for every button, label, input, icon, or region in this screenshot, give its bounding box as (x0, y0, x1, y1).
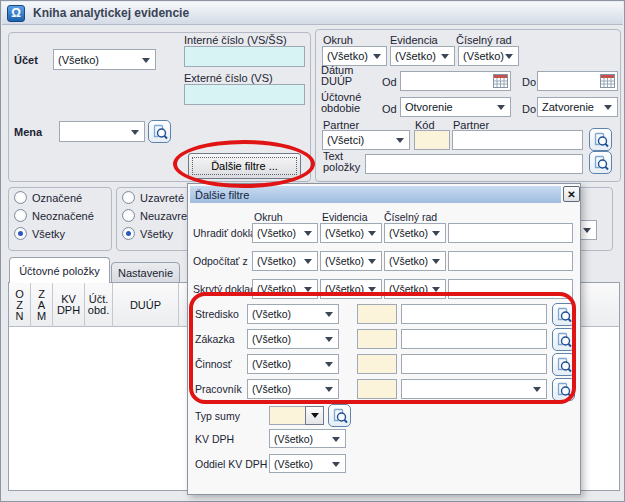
odpocitat-okruh-select[interactable]: (Všetko) (252, 251, 318, 271)
radio-oznacene[interactable]: Označené (14, 191, 82, 204)
datum-do-label: Do (522, 76, 536, 88)
datum-do-input[interactable] (537, 71, 618, 91)
omega-app-icon: Ω (7, 5, 25, 22)
combo-value: (Všetko) (325, 227, 364, 239)
radio-label: Všetky (32, 228, 65, 240)
externe-cislo-input[interactable] (184, 84, 305, 105)
stredisko-select[interactable]: (Všetko) (247, 304, 339, 324)
magnifier-icon (152, 124, 168, 140)
uctovne-obdobie-label: Účtovné obdobie (321, 92, 367, 114)
cinnost-select[interactable]: (Všetko) (247, 354, 339, 374)
cinnost-kod-input[interactable] (357, 354, 397, 374)
radio-uzavrete[interactable]: Uzavreté ( (122, 191, 191, 204)
ciselny-rad-value: (Všetko) (463, 50, 504, 62)
mena-select[interactable] (59, 121, 145, 142)
skryty-doklad-input[interactable] (448, 279, 573, 299)
dalsie-filtre-button[interactable]: Ďalšie filtre ... (188, 153, 301, 179)
calendar-icon[interactable] (493, 74, 508, 88)
obdobie-od-label: Od (382, 103, 397, 115)
odpocitat-z-input[interactable] (448, 251, 573, 271)
combo-value: (Všetko) (252, 383, 291, 395)
zakazka-name-input[interactable] (401, 329, 547, 349)
magnifier-icon (556, 357, 572, 373)
uhradit-evidencia-select[interactable]: (Všetko) (320, 223, 382, 243)
radio-neuzavrete[interactable]: Neuzavret (122, 209, 190, 222)
uhradit-doklad-input[interactable] (448, 223, 573, 243)
skryty-okruh-select[interactable]: (Všetko) (252, 279, 318, 299)
stredisko-label: Stredisko (195, 308, 239, 320)
dialog-titlebar[interactable]: Ďalšie filtre (190, 186, 561, 203)
kv-dph-select[interactable]: (Všetko) (269, 429, 346, 448)
obdobie-od-select[interactable]: Otvorenie (400, 97, 511, 117)
odpocitat-ciselny-rad-select[interactable]: (Všetko) (384, 251, 446, 271)
okruh-select[interactable]: (Všetko) (322, 46, 387, 66)
pracovnik-kod-input[interactable] (357, 379, 397, 399)
text-polozky-input[interactable] (365, 154, 583, 174)
stredisko-lookup-button[interactable] (552, 303, 575, 326)
column-header-zam[interactable]: ZAM (31, 283, 53, 327)
cinnost-name-input[interactable] (401, 354, 547, 374)
column-header-kv-dph[interactable]: KV DPH (53, 283, 85, 327)
mena-lookup-button[interactable] (148, 120, 171, 143)
combo-value: (Všetko) (325, 255, 364, 267)
datum-od-input[interactable] (400, 71, 511, 91)
window-title: Kniha analytickej evidencie (33, 6, 189, 20)
kv-dph-label: KV DPH (195, 433, 234, 445)
partner-name-input[interactable] (452, 130, 583, 150)
skryty-ciselny-rad-select[interactable]: (Všetko) (384, 279, 446, 299)
interne-cislo-label: Interné číslo (VS/ŠS) (184, 34, 287, 46)
stredisko-name-input[interactable] (401, 304, 547, 324)
partner-lookup-button[interactable] (589, 128, 612, 151)
column-header-duup[interactable]: DUÚP (113, 283, 179, 327)
column-label: KV DPH (55, 294, 82, 316)
app-window: Ω Kniha analytickej evidencie Účet (Všet… (0, 0, 625, 502)
odpocitat-z-label: Odpočítať z (193, 255, 248, 267)
radio-neoznacene[interactable]: Neoznačené (14, 209, 94, 222)
radio-label: Označené (32, 192, 82, 204)
magnifier-icon (556, 382, 572, 398)
uhradit-ciselny-rad-select[interactable]: (Všetko) (384, 223, 446, 243)
tab-uctovne-polozky[interactable]: Účtovné položky (9, 257, 110, 283)
ucet-label: Účet (14, 54, 38, 66)
mena-label: Mena (14, 126, 42, 138)
zakazka-select[interactable]: (Všetko) (247, 329, 339, 349)
dialog-close-button[interactable]: ✕ (563, 186, 580, 202)
skryty-evidencia-select[interactable]: (Všetko) (320, 279, 382, 299)
cinnost-lookup-button[interactable] (552, 353, 575, 376)
typ-sumy-input[interactable] (269, 406, 306, 425)
tab-nastavenie[interactable]: Nastavenie (111, 262, 180, 283)
oddiel-kv-dph-select[interactable]: (Všetko) (269, 454, 346, 473)
column-header-uct-obd[interactable]: Účt. obd. (85, 283, 113, 327)
radio-vsetky-marked[interactable]: Všetky (14, 227, 65, 240)
zakazka-kod-input[interactable] (357, 329, 397, 349)
combo-value: (Všetko) (252, 308, 291, 320)
partner-kod-input[interactable] (414, 130, 450, 150)
ciselny-rad-select[interactable]: (Všetko) (458, 46, 519, 66)
text-polozky-lookup-button[interactable] (589, 151, 612, 174)
partner-select[interactable]: (Všetci) (322, 130, 410, 150)
typ-sumy-lookup-button[interactable] (328, 404, 351, 427)
evidencia-select[interactable]: (Všetko) (390, 46, 455, 66)
odpocitat-evidencia-select[interactable]: (Všetko) (320, 251, 382, 271)
interne-cislo-input[interactable] (184, 46, 305, 67)
ciselny-rad-label: Číselný rad (456, 34, 512, 46)
radio-vsetky-closed[interactable]: Všetky (122, 227, 173, 240)
column-header-ozn[interactable]: OZN (9, 283, 31, 327)
dialog-title: Ďalšie filtre (195, 189, 249, 201)
pracovnik-label: Pracovník (195, 383, 242, 395)
dialog-okruh-header: Okruh (254, 211, 283, 223)
pracovnik-lookup-button[interactable] (552, 378, 575, 401)
column-label: Účt. obd. (85, 294, 112, 316)
obdobie-do-select[interactable]: Zatvorenie (537, 97, 618, 117)
calendar-icon[interactable] (600, 74, 615, 88)
text-polozky-label: Text položky (323, 151, 367, 173)
typ-sumy-dropdown-button[interactable] (305, 406, 324, 425)
zakazka-lookup-button[interactable] (552, 328, 575, 351)
pracovnik-select[interactable]: (Všetko) (247, 379, 339, 399)
obdobie-do-label: Do (522, 103, 536, 115)
ucet-select[interactable]: (Všetko) (53, 49, 156, 70)
pracovnik-name-select[interactable] (401, 379, 547, 399)
stredisko-kod-input[interactable] (357, 304, 397, 324)
uhradit-okruh-select[interactable]: (Všetko) (252, 223, 318, 243)
typ-sumy-label: Typ sumy (195, 410, 240, 422)
